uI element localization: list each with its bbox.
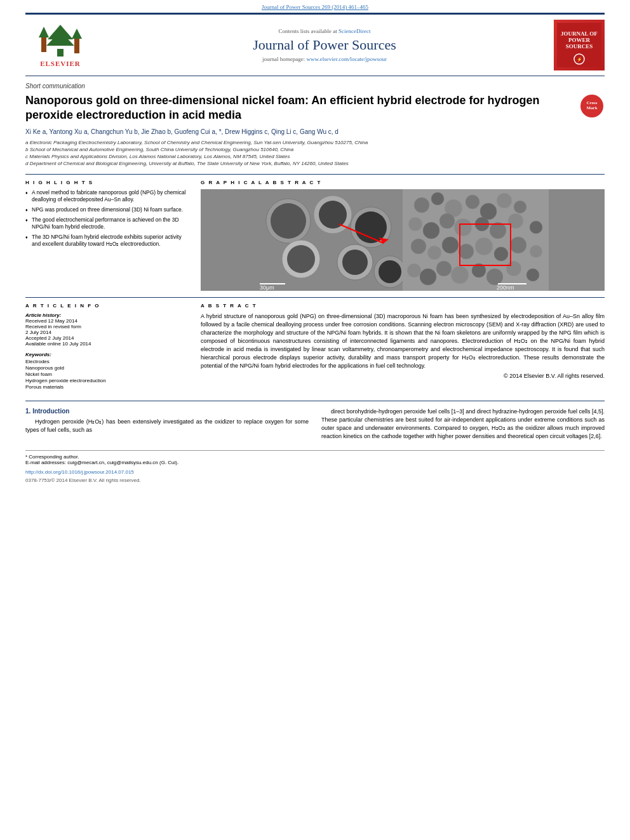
introduction-right-col: direct borohydride-hydrogen peroxide fue… — [321, 408, 605, 444]
keywords-label: Keywords: — [25, 352, 191, 357]
highlight-item: NPG was produced on three dimensional (3… — [25, 206, 191, 213]
svg-point-57 — [451, 266, 469, 284]
svg-text:200nm: 200nm — [497, 284, 514, 291]
svg-point-46 — [411, 239, 426, 254]
affiliation-a: a Electronic Packaging Electrochemistry … — [25, 139, 605, 146]
svg-text:SOURCES: SOURCES — [566, 43, 593, 50]
keyword-item: Electrodes — [25, 359, 191, 364]
svg-text:JOURNAL OF: JOURNAL OF — [561, 30, 598, 37]
top-journal-link[interactable]: Journal of Power Sources 269 (2014) 461–… — [0, 0, 630, 13]
keyword-list: Electrodes Nanoporous gold Nickel foam H… — [25, 359, 191, 390]
svg-point-36 — [497, 193, 512, 208]
crossmark-badge[interactable]: CrossMark — [579, 93, 605, 119]
keyword-item: Hydrogen peroxide electroreduction — [25, 378, 191, 383]
elsevier-logo: ELSEVIER — [25, 23, 95, 67]
keyword-item: Porous materials — [25, 384, 191, 390]
svg-point-41 — [454, 218, 472, 236]
highlights-list: A novel method to fabricate nanoporous g… — [25, 189, 191, 248]
elsevier-brand-text: ELSEVIER — [40, 60, 81, 67]
svg-point-34 — [466, 195, 479, 209]
introduction-body-left: Hydrogen peroxide (H₂O₂) has been extens… — [25, 418, 309, 434]
svg-point-60 — [506, 261, 521, 276]
article-title: Nanoporous gold on three-dimensional nic… — [25, 93, 573, 123]
doi-link[interactable]: http://dx.doi.org/10.1016/j.jpowsour.201… — [25, 469, 134, 475]
svg-rect-0 — [57, 49, 64, 57]
abstract-text: A hybrid structure of nanoporous gold (N… — [201, 312, 605, 370]
footnote-section: * Corresponding author. E-mail addresses… — [25, 450, 605, 483]
accepted-date: Accepted 2 July 2014 — [25, 335, 191, 341]
article-title-row: Nanoporous gold on three-dimensional nic… — [25, 93, 605, 123]
article-history: Article history: Received 12 May 2014 Re… — [25, 312, 191, 347]
affiliation-d: d Department of Chemical and Biological … — [25, 160, 605, 167]
svg-point-25 — [379, 260, 401, 283]
highlight-item: The good electrochemical performance is … — [25, 217, 191, 230]
graphical-abstract-section: G R A P H I C A L A B S T R A C T — [201, 180, 605, 291]
keyword-item: Nickel foam — [25, 371, 191, 377]
abstract-heading: A B S T R A C T — [201, 303, 605, 309]
affiliation-b: b School of Mechanical and Automotive En… — [25, 146, 605, 153]
svg-point-51 — [494, 247, 508, 261]
svg-rect-5 — [74, 37, 79, 53]
svg-point-32 — [431, 192, 444, 205]
svg-point-55 — [420, 269, 436, 285]
article-content: Short communication Nanoporous gold on t… — [25, 76, 605, 483]
svg-point-52 — [510, 237, 526, 253]
homepage-link[interactable]: www.elsevier.com/locate/jpowsour — [307, 56, 387, 62]
crossmark-icon: CrossMark — [580, 95, 603, 117]
svg-point-50 — [475, 237, 493, 255]
email-addresses: E-mail addresses: cuig@mecart.cn, cuig@m… — [25, 460, 605, 465]
svg-text:POWER: POWER — [568, 37, 591, 43]
svg-point-49 — [459, 244, 474, 259]
svg-point-53 — [530, 245, 542, 258]
received-date: Received 12 May 2014 — [25, 318, 191, 324]
introduction-two-col: 1. Introduction Hydrogen peroxide (H₂O₂)… — [25, 408, 605, 444]
keyword-item: Nanoporous gold — [25, 365, 191, 371]
received-revised-label: Received in revised form — [25, 324, 191, 330]
journal-header-center: Contents lists available at ScienceDirec… — [95, 28, 554, 62]
svg-text:30μm: 30μm — [260, 284, 274, 291]
svg-marker-4 — [39, 27, 49, 37]
corresponding-author: * Corresponding author. — [25, 454, 605, 460]
svg-point-48 — [442, 237, 459, 253]
introduction-body-right: direct borohydride-hydrogen peroxide fue… — [321, 408, 605, 441]
svg-point-47 — [427, 246, 441, 260]
svg-point-45 — [530, 221, 542, 234]
highlights-heading: H I G H L I G H T S — [25, 180, 191, 185]
svg-point-17 — [319, 201, 347, 229]
svg-point-31 — [414, 197, 429, 213]
svg-rect-3 — [41, 36, 46, 52]
keywords-section: Keywords: Electrodes Nanoporous gold Nic… — [25, 352, 191, 390]
journal-homepage: journal homepage: www.elsevier.com/locat… — [95, 56, 554, 62]
journal-header: ELSEVIER Contents lists available at Sci… — [25, 15, 605, 76]
copyright-line: © 2014 Elsevier B.V. All rights reserved… — [201, 373, 605, 379]
svg-point-40 — [439, 213, 455, 229]
svg-text:⚡: ⚡ — [577, 57, 582, 62]
revised-date: 2 July 2014 — [25, 330, 191, 335]
svg-point-56 — [436, 261, 452, 276]
available-date: Available online 10 July 2014 — [25, 341, 191, 347]
sciencedirect-link[interactable]: ScienceDirect — [338, 28, 370, 34]
article-info-section: A R T I C L E I N F O Article history: R… — [25, 303, 191, 390]
journal-logo-right: JOURNAL OF POWER SOURCES ⚡ — [554, 20, 605, 70]
introduction-left-col: 1. Introduction Hydrogen peroxide (H₂O₂)… — [25, 408, 309, 444]
introduction-title: 1. Introduction — [25, 408, 309, 415]
svg-point-61 — [526, 269, 539, 281]
svg-point-38 — [408, 217, 422, 231]
history-label: Article history: — [25, 312, 191, 318]
main-text-section: 1. Introduction Hydrogen peroxide (H₂O₂)… — [25, 401, 605, 483]
highlights-section: H I G H L I G H T S A novel method to fa… — [25, 180, 191, 291]
highlight-item: A novel method to fabricate nanoporous g… — [25, 189, 191, 203]
bottom-copyright: 0378-7753/© 2014 Elsevier B.V. All right… — [25, 477, 605, 483]
sciencedirect-line: Contents lists available at ScienceDirec… — [95, 28, 554, 34]
affiliations: a Electronic Packaging Electrochemistry … — [25, 139, 605, 168]
svg-point-39 — [423, 222, 439, 239]
graphical-abstract-image: 30μm — [201, 189, 605, 291]
svg-point-59 — [486, 269, 503, 285]
svg-marker-6 — [72, 29, 82, 39]
article-type: Short communication — [25, 83, 605, 90]
authors-line: Xi Ke a, Yantong Xu a, Changchun Yu b, J… — [25, 128, 605, 135]
svg-point-37 — [514, 201, 526, 213]
svg-point-21 — [287, 245, 315, 273]
article-info-heading: A R T I C L E I N F O — [25, 303, 191, 309]
affiliation-c: c Materials Physics and Applications Div… — [25, 153, 605, 160]
